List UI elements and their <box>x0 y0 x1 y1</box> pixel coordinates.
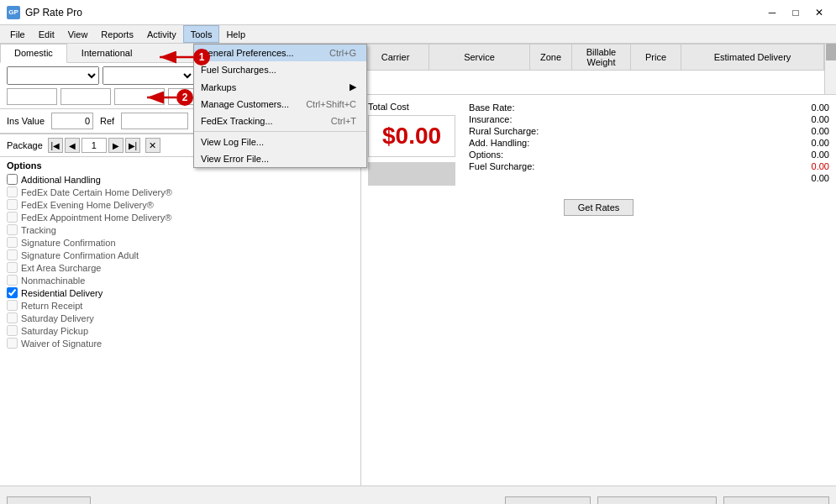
option-ext-area: Ext Area Surcharge <box>7 262 354 273</box>
menu-tools[interactable]: Tools <box>183 25 220 43</box>
process-later-button[interactable]: Process Later <box>505 496 591 505</box>
label-nonmachinable: Nonmachinable <box>21 276 85 286</box>
tab-international[interactable]: International <box>67 44 147 62</box>
package-label: Package <box>7 140 43 150</box>
label-rural: Rural Surcharge: <box>469 126 539 136</box>
carrier-select[interactable] <box>7 66 99 85</box>
ref-input[interactable] <box>121 113 188 129</box>
cost-row-total: 0.00 <box>469 172 829 184</box>
service-select[interactable] <box>103 66 195 85</box>
col-carrier: Carrier <box>362 45 429 71</box>
process-without-label-button[interactable]: Process without Label <box>597 496 717 505</box>
checkbox-additional-handling[interactable] <box>7 174 18 185</box>
menu-reports[interactable]: Reports <box>94 25 140 43</box>
menu-markups[interactable]: Markups ▶ <box>194 78 366 96</box>
cancel-button[interactable]: Cancel <box>7 496 91 505</box>
menu-fedex-tracking[interactable]: FedEx Tracking... Ctrl+T <box>194 113 366 129</box>
process-with-label-button[interactable]: Process with Label <box>723 496 829 505</box>
last-page-button[interactable]: ▶| <box>125 138 140 153</box>
get-rates-area: Get Rates <box>361 192 836 223</box>
menu-separator <box>194 131 366 132</box>
checkbox-fedex-evening[interactable] <box>7 199 18 210</box>
col-zone: Zone <box>530 45 572 71</box>
prev-page-button[interactable]: ◀ <box>65 138 80 153</box>
scroll-thumb <box>826 44 836 60</box>
menu-view-error[interactable]: View Error File... <box>194 150 366 167</box>
cost-row-rural: Rural Surcharge: 0.00 <box>469 125 829 137</box>
menu-bar: File Edit View Reports Activity Tools He… <box>0 25 836 44</box>
col-price: Price <box>631 45 681 71</box>
progress-bar <box>368 162 455 186</box>
label-ext-area: Ext Area Surcharge <box>21 263 101 273</box>
checkbox-saturday-delivery[interactable] <box>7 312 18 323</box>
cost-area: Total Cost $0.00 Base Rate: 0.00 Insuran… <box>361 95 836 192</box>
checkbox-fedex-date-certain[interactable] <box>7 186 18 197</box>
menu-manage-customers[interactable]: Manage Customers... Ctrl+Shift+C <box>194 96 366 113</box>
ins-value-input[interactable] <box>51 113 93 129</box>
label-fedex-appointment: FedEx Appointment Home Delivery® <box>21 213 171 223</box>
weight-input[interactable] <box>7 88 57 105</box>
page-number-input[interactable] <box>81 138 107 153</box>
label-additional-handling: Additional Handling <box>21 175 101 185</box>
window-controls: ─ □ ✕ <box>762 4 829 21</box>
checkbox-ext-area[interactable] <box>7 262 18 273</box>
width-input[interactable] <box>114 88 165 105</box>
menu-general-preferences[interactable]: General Preferences... Ctrl+G <box>194 45 366 61</box>
menu-view[interactable]: View <box>61 25 95 43</box>
checkbox-tracking[interactable] <box>7 224 18 235</box>
label-saturday-delivery: Saturday Delivery <box>21 313 94 323</box>
results-table: Carrier Service Zone Billable Weight Pri… <box>361 44 824 71</box>
checkbox-fedex-appointment[interactable] <box>7 212 18 223</box>
label-residential-delivery: Residential Delivery <box>21 288 103 298</box>
checkbox-return-receipt[interactable] <box>7 300 18 311</box>
checkbox-residential-delivery[interactable] <box>7 287 18 298</box>
length-input[interactable] <box>60 88 111 105</box>
cost-row-fuel: Fuel Surcharge: 0.00 <box>469 160 829 172</box>
menu-view-log[interactable]: View Log File... <box>194 134 366 150</box>
menu-help[interactable]: Help <box>219 25 252 43</box>
menu-edit[interactable]: Edit <box>32 25 61 43</box>
option-saturday-delivery: Saturday Delivery <box>7 312 354 323</box>
app-title: GP Rate Pro <box>25 7 762 18</box>
option-fedex-evening: FedEx Evening Home Delivery® <box>7 199 354 210</box>
tab-domestic[interactable]: Domestic <box>0 44 67 63</box>
value-rural: 0.00 <box>812 126 829 136</box>
cost-row-base: Base Rate: 0.00 <box>469 102 829 113</box>
option-waiver-signature: Waiver of Signature <box>7 338 354 349</box>
ins-label: Ins Value <box>7 116 45 126</box>
label-waiver-signature: Waiver of Signature <box>21 339 102 349</box>
delete-package-button[interactable]: ✕ <box>145 138 160 153</box>
option-residential-delivery: Residential Delivery <box>7 287 354 298</box>
checkbox-waiver-signature[interactable] <box>7 338 18 349</box>
label-fedex-evening: FedEx Evening Home Delivery® <box>21 200 154 210</box>
table-scrollbar[interactable] <box>824 44 836 94</box>
next-page-button[interactable]: ▶ <box>108 138 124 153</box>
close-button[interactable]: ✕ <box>809 4 829 21</box>
first-page-button[interactable]: |◀ <box>48 138 63 153</box>
option-signature-confirmation-adult: Signature Confirmation Adult <box>7 249 354 260</box>
value-options: 0.00 <box>812 150 829 160</box>
checkbox-saturday-pickup[interactable] <box>7 325 18 336</box>
menu-activity[interactable]: Activity <box>140 25 183 43</box>
table-area: Carrier Service Zone Billable Weight Pri… <box>361 44 836 95</box>
label-base-rate: Base Rate: <box>469 102 514 113</box>
menu-file[interactable]: File <box>3 25 32 43</box>
tools-dropdown: General Preferences... Ctrl+G Fuel Surch… <box>193 44 367 168</box>
cost-row-handling: Add. Handling: 0.00 <box>469 137 829 149</box>
label-saturday-pickup: Saturday Pickup <box>21 326 88 336</box>
get-rates-button[interactable]: Get Rates <box>564 199 634 216</box>
total-amount: $0.00 <box>368 115 455 157</box>
menu-fuel-surcharges[interactable]: Fuel Surcharges... <box>194 61 366 78</box>
value-handling: 0.00 <box>812 138 829 148</box>
bottom-buttons: Cancel Process Later Process without Lab… <box>0 486 836 504</box>
label-tracking: Tracking <box>21 225 56 235</box>
label-fuel: Fuel Surcharge: <box>469 161 534 171</box>
checkbox-signature-confirmation-adult[interactable] <box>7 249 18 260</box>
checkbox-nonmachinable[interactable] <box>7 275 18 286</box>
col-service: Service <box>429 45 530 71</box>
checkbox-signature-confirmation[interactable] <box>7 237 18 248</box>
minimize-button[interactable]: ─ <box>762 4 782 21</box>
app-icon: GP <box>7 6 20 19</box>
table-wrapper: Carrier Service Zone Billable Weight Pri… <box>361 44 824 94</box>
maximize-button[interactable]: □ <box>786 4 806 21</box>
